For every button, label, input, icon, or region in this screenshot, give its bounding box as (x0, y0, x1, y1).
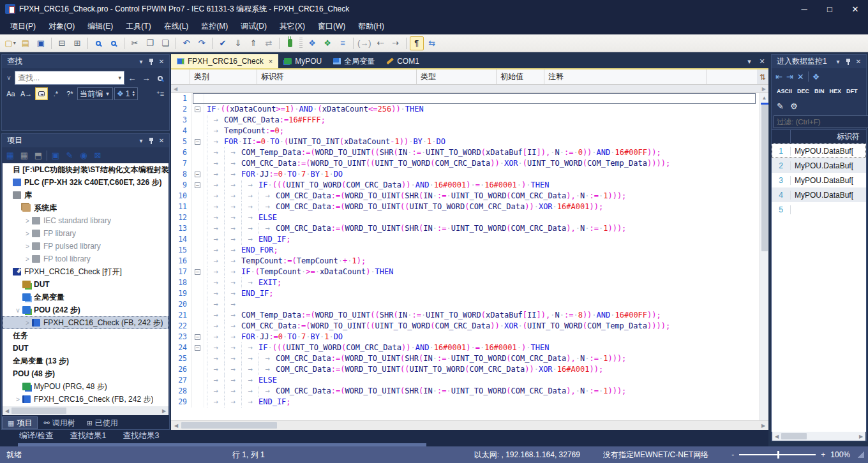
tab-COM1[interactable]: COM1 (380, 54, 425, 68)
filter-input[interactable] (777, 118, 868, 126)
close-panel-icon[interactable]: ✕ (156, 57, 167, 67)
match-word-button[interactable]: A→ (19, 87, 34, 100)
scroll-left-icon[interactable]: ◀ (174, 86, 177, 92)
paste-button[interactable]: ❏ (158, 36, 172, 50)
monitor-row-3[interactable]: 3MyPOU.DataBuf[ (772, 173, 866, 187)
zoom-slider[interactable] (739, 454, 816, 455)
tab-MyPOU[interactable]: MyPOU (278, 54, 327, 68)
insert-before-icon[interactable]: ⇤ (775, 72, 782, 82)
tab-call-tree[interactable]: ⚯调用树 (38, 416, 80, 429)
add-pou-icon[interactable]: ▦ (4, 150, 16, 161)
scroll-left-icon[interactable]: ◀ (3, 408, 11, 414)
tree-item-7[interactable]: >FP tool library (3, 253, 168, 265)
print-setup-button[interactable]: ⊟ (55, 36, 69, 50)
add-dut-icon[interactable]: ▦ (19, 150, 30, 161)
search-input[interactable] (18, 73, 117, 82)
code-line-6[interactable]: 6→→COM_Temp_Data:=(WORD_TO_UINT((SHR(IN·… (171, 147, 760, 158)
column-header-注释[interactable]: 注释 (544, 70, 707, 84)
search-icon[interactable] (154, 73, 167, 83)
chevron-right-icon[interactable]: > (13, 396, 22, 403)
code-line-27[interactable]: 27→→→ELSE (171, 375, 760, 386)
menu-item-1[interactable]: 对象(O) (42, 18, 81, 34)
chevron-down-icon[interactable]: v (13, 307, 22, 314)
tree-item-17[interactable]: MyPOU (PRG, 48 步) (3, 380, 168, 393)
compare-button[interactable]: ⇄ (262, 36, 276, 50)
save-button[interactable]: ▣ (34, 36, 48, 50)
scroll-up-icon[interactable]: ▲ (762, 93, 767, 103)
online-mode-button[interactable] (283, 36, 297, 50)
copy-button[interactable]: ❐ (143, 36, 157, 50)
pin-icon[interactable] (146, 57, 156, 67)
column-header-blank[interactable] (171, 70, 190, 84)
relation-window-button[interactable]: ❖ (305, 36, 319, 50)
delete-entry-icon[interactable]: ✕ (797, 72, 804, 82)
menu-item-4[interactable]: 在线(L) (158, 18, 195, 34)
fold-collapse-icon[interactable]: – (195, 269, 200, 275)
tree-item-5[interactable]: >FP library (3, 227, 168, 240)
format-dft-button[interactable]: DFT (844, 86, 860, 96)
close-document-icon[interactable]: ✕ (756, 57, 768, 66)
convert-address-button[interactable]: ⇆ (425, 36, 439, 50)
tree-item-3[interactable]: 系统库 (3, 202, 168, 214)
tree-item-9[interactable]: DUT (3, 278, 168, 291)
find-next-button[interactable]: → (140, 73, 153, 83)
tree-item-15[interactable]: 全局变量 (13 步) (3, 355, 168, 367)
navigate-forward-button[interactable]: ⇢ (389, 36, 403, 50)
column-header-初始值[interactable]: 初始值 (497, 70, 544, 84)
scroll-left-icon[interactable]: ◀ (772, 434, 781, 439)
format-hex-button[interactable]: HEX (828, 86, 844, 96)
tab-project[interactable]: ▦项目 (2, 416, 38, 429)
panel-menu-icon[interactable]: ▾ (136, 57, 146, 67)
close-tab-icon[interactable]: × (269, 57, 273, 65)
wildcard-button[interactable]: ?* (63, 87, 76, 100)
tree-item-13[interactable]: 任务 (3, 329, 168, 342)
code-line-23[interactable]: 23–→→FOR·JJ:=0·TO·7·BY·1·DO (171, 332, 760, 342)
navigate-back-button[interactable]: ⇠ (373, 36, 387, 50)
code-line-28[interactable]: 28→→→→COM_CRC_Data:=(WORD_TO_UINT(SHR(IN… (171, 386, 760, 397)
code-line-10[interactable]: 10→→→→COM_CRC_Data:=(WORD_TO_UINT(SHR(IN… (171, 191, 760, 202)
monitor-row-4[interactable]: 4MyPOU.DataBuf[ (772, 187, 866, 202)
code-line-8[interactable]: 8–→→FOR·JJ:=0·TO·7·BY·1·DO (171, 169, 760, 180)
monitor-row-5[interactable]: 5 (772, 202, 866, 217)
code-line-5[interactable]: 5–→FOR·II:=0·TO·(UINT_TO_INT(xDataCount-… (171, 136, 760, 147)
code-line-29[interactable]: 29→→→END_IF; (171, 397, 760, 408)
menu-item-2[interactable]: 编辑(E) (81, 18, 119, 34)
scroll-right-icon[interactable]: ▶ (857, 434, 865, 439)
variable-hscrollbar[interactable]: ◀▶ (171, 85, 768, 93)
monitor-row-2[interactable]: 2MyPOU.DataBuf[ (772, 158, 866, 173)
resize-grip[interactable] (858, 452, 864, 458)
minimize-button[interactable]: ─ (791, 0, 817, 18)
search-scope-select[interactable]: 当前编▾ (77, 87, 113, 100)
close-panel-icon[interactable]: ✕ (853, 57, 864, 67)
scroll-right-icon[interactable]: ▶ (160, 408, 168, 414)
search-history-icon[interactable]: ▾ (117, 75, 123, 81)
print-button[interactable]: ⊞ (70, 36, 84, 50)
code-line-9[interactable]: 9–→→→IF·(((UINT_TO_WORD(COM_CRC_Data))·A… (171, 180, 760, 191)
close-panel-icon[interactable]: ✕ (156, 136, 167, 146)
chevron-right-icon[interactable]: > (23, 217, 32, 224)
check-button[interactable]: ✔ (216, 36, 230, 50)
code-line-2[interactable]: 2–IF·((xDataCount>=1)·AND·(xDataCount<=2… (171, 104, 760, 115)
panel-menu-icon[interactable]: ▾ (136, 136, 146, 146)
vscroll-thumb[interactable] (761, 105, 768, 251)
search-comments-button[interactable] (35, 87, 48, 100)
code-line-13[interactable]: 13→→→→COM_CRC_Data:=(WORD_TO_UINT(SHR(IN… (171, 223, 760, 234)
add-task-icon[interactable]: ⬒ (33, 150, 44, 161)
code-line-4[interactable]: 4→TempCount:=0; (171, 126, 760, 136)
code-line-19[interactable]: 19→→END_IF; (171, 288, 760, 299)
code-line-7[interactable]: 7→→COM_CRC_Data:=(WORD_TO_UINT((UINT_TO_… (171, 158, 760, 169)
code-line-14[interactable]: 14→→→END_IF; (171, 234, 760, 245)
show-whitespace-button[interactable]: ¶ (410, 36, 424, 50)
view-object-icon[interactable]: ◉ (78, 150, 89, 161)
split-view-icon[interactable]: ⇅ (757, 70, 768, 84)
zoom-out-button[interactable]: - (731, 450, 734, 459)
format-dec-button[interactable]: DEC (795, 86, 811, 96)
code-editor[interactable]: 12–IF·((xDataCount>=1)·AND·(xDataCount<=… (171, 93, 760, 420)
scroll-right-icon[interactable]: ▶ (758, 423, 768, 429)
tree-item-4[interactable]: >IEC standard library (3, 214, 168, 227)
chevron-right-icon[interactable]: > (23, 256, 32, 263)
format-ascii-button[interactable]: ASCII (775, 86, 794, 96)
bracket-nav-button[interactable]: (→) (357, 36, 372, 50)
maximize-button[interactable]: □ (817, 0, 842, 18)
edit-object-icon[interactable]: ✎ (64, 150, 75, 161)
